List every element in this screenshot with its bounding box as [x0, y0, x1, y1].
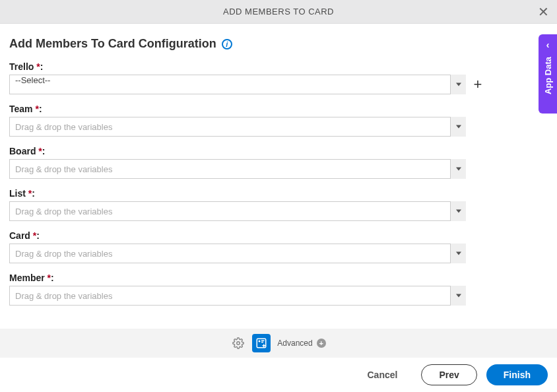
- toolbar: Advanced +: [0, 329, 557, 358]
- trello-label: Trello *:: [9, 61, 548, 72]
- member-input[interactable]: [9, 286, 466, 306]
- footer: Cancel Prev Finish: [0, 358, 557, 392]
- page-title-text: Add Members To Card Configuration: [9, 37, 216, 51]
- page-title: Add Members To Card Configuration i: [9, 37, 548, 51]
- board-dropdown-icon[interactable]: [450, 159, 466, 179]
- close-icon[interactable]: ✕: [538, 5, 549, 18]
- info-icon[interactable]: i: [222, 39, 232, 49]
- finish-button[interactable]: Finish: [486, 364, 548, 385]
- trello-dropdown-icon[interactable]: [450, 75, 466, 94]
- board-label: Board *:: [9, 146, 548, 156]
- trello-select[interactable]: --Select--: [9, 75, 466, 94]
- card-dropdown-icon[interactable]: [450, 244, 466, 263]
- content-area: Add Members To Card Configuration i Trel…: [0, 24, 557, 306]
- chevron-left-icon: ‹: [546, 40, 550, 50]
- add-connection-icon[interactable]: +: [471, 77, 484, 92]
- list-label: List *:: [9, 188, 548, 199]
- advanced-toggle[interactable]: Advanced +: [277, 339, 325, 348]
- list-group: List *:: [9, 188, 548, 221]
- prev-button[interactable]: Prev: [421, 364, 476, 385]
- app-data-tab[interactable]: ‹ App Data: [539, 34, 557, 114]
- cancel-button[interactable]: Cancel: [352, 364, 412, 385]
- team-dropdown-icon[interactable]: [450, 117, 466, 137]
- team-input[interactable]: [9, 117, 466, 137]
- member-group: Member *:: [9, 273, 548, 306]
- team-label: Team *:: [9, 104, 548, 114]
- board-input[interactable]: [9, 159, 466, 179]
- member-dropdown-icon[interactable]: [450, 286, 466, 306]
- form-icon[interactable]: [252, 334, 271, 352]
- member-label: Member *:: [9, 273, 548, 283]
- modal-title: ADD MEMBERS TO CARD: [223, 7, 334, 16]
- card-input[interactable]: [9, 244, 466, 263]
- svg-point-2: [259, 341, 261, 343]
- team-group: Team *:: [9, 104, 548, 137]
- card-group: Card *:: [9, 230, 548, 263]
- card-label: Card *:: [9, 230, 548, 241]
- settings-icon[interactable]: [231, 336, 246, 350]
- svg-rect-1: [257, 339, 267, 348]
- list-input[interactable]: [9, 201, 466, 221]
- list-dropdown-icon[interactable]: [450, 201, 466, 221]
- app-data-label: App Data: [543, 57, 553, 94]
- modal-header: ADD MEMBERS TO CARD ✕: [0, 0, 557, 24]
- board-group: Board *:: [9, 146, 548, 179]
- advanced-label: Advanced: [277, 339, 312, 348]
- plus-circle-icon: +: [317, 339, 326, 348]
- svg-point-0: [237, 342, 240, 345]
- trello-group: Trello *: --Select-- +: [9, 61, 548, 94]
